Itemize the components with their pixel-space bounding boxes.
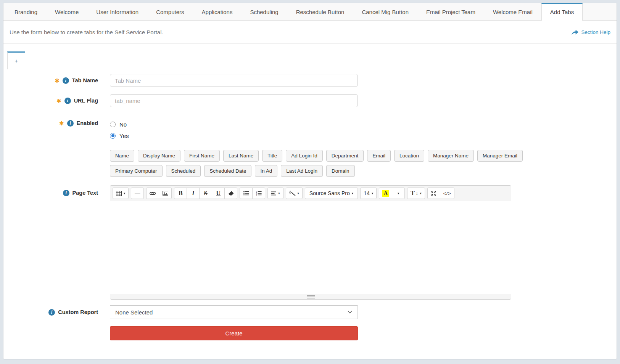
token-button[interactable]: Last Ad Login: [281, 165, 323, 177]
token-button[interactable]: Department: [326, 150, 364, 162]
font-color-dropdown-button[interactable]: ▾: [392, 188, 405, 199]
tab-name-label: Tab Name: [72, 77, 98, 83]
required-icon: ✱: [59, 120, 64, 126]
caret-down-icon: ▾: [124, 192, 125, 195]
token-button[interactable]: Display Name: [138, 150, 180, 162]
custom-report-select[interactable]: None Selected: [110, 305, 358, 319]
token-button[interactable]: Scheduled Date: [204, 165, 251, 177]
ordered-list-icon: 123: [256, 191, 262, 196]
link-button[interactable]: [146, 188, 159, 199]
token-button[interactable]: Ad Login Id: [286, 150, 322, 162]
font-family-button[interactable]: Source Sans Pro ▾: [305, 188, 358, 199]
token-button[interactable]: Last Name: [223, 150, 259, 162]
font-color-icon: A: [382, 190, 389, 197]
page-text-row: i Page Text ▾ —: [7, 185, 610, 300]
token-button[interactable]: Primary Computer: [110, 165, 163, 177]
top-tab[interactable]: Add Tabs: [541, 3, 583, 21]
underline-icon: U: [216, 190, 221, 197]
info-icon[interactable]: i: [67, 120, 74, 127]
editor-toolbar: ▾ —: [110, 186, 511, 201]
tab-name-input[interactable]: [110, 74, 358, 87]
ordered-list-button[interactable]: 123: [252, 188, 265, 199]
top-tab[interactable]: User Information: [87, 3, 147, 20]
horizontal-rule-button[interactable]: —: [131, 188, 144, 199]
section-help-link[interactable]: Section Help: [572, 29, 610, 35]
caret-down-icon: ▾: [298, 192, 299, 195]
top-tab[interactable]: Scheduling: [241, 3, 287, 20]
enabled-label: Enabled: [77, 120, 98, 126]
token-button[interactable]: Scheduled: [166, 165, 201, 177]
top-tab[interactable]: Welcome Email: [484, 3, 541, 20]
top-tab[interactable]: Welcome: [46, 3, 87, 20]
code-view-icon: </>: [443, 191, 451, 196]
code-view-button[interactable]: </>: [440, 188, 454, 199]
radio-label: No: [119, 121, 127, 128]
required-icon: ✱: [55, 78, 60, 83]
token-button[interactable]: Location: [394, 150, 424, 162]
token-button[interactable]: In Ad: [255, 165, 277, 177]
radio-icon: [110, 133, 116, 139]
strikethrough-icon: S: [204, 190, 208, 197]
bold-button[interactable]: B: [174, 188, 187, 199]
enabled-radio-group: No Yes: [110, 118, 129, 141]
token-button[interactable]: First Name: [184, 150, 220, 162]
top-tab[interactable]: Branding: [6, 3, 46, 20]
editor-content-area[interactable]: [110, 201, 511, 294]
token-button[interactable]: Name: [110, 150, 134, 162]
resize-grip-icon: [307, 295, 315, 298]
fullscreen-icon: [431, 191, 436, 196]
info-icon[interactable]: i: [64, 98, 71, 104]
font-size-value: 14: [364, 190, 370, 196]
top-tab[interactable]: Applications: [193, 3, 242, 20]
fullscreen-button[interactable]: [427, 188, 440, 199]
token-button[interactable]: Email: [367, 150, 391, 162]
top-tab[interactable]: Computers: [147, 3, 193, 20]
image-button[interactable]: [159, 188, 172, 199]
info-icon[interactable]: i: [48, 309, 55, 316]
paragraph-align-button[interactable]: ▾: [267, 188, 283, 199]
editor-resize-bar[interactable]: [110, 294, 511, 299]
strikethrough-button[interactable]: S: [199, 188, 212, 199]
url-flag-row: ✱ i URL Flag: [7, 94, 610, 107]
magic-wand-icon: [289, 191, 296, 196]
token-button[interactable]: Manager Email: [477, 150, 523, 162]
radio-option[interactable]: No: [110, 119, 129, 130]
top-tab[interactable]: Cancel Mig Button: [353, 3, 417, 20]
font-size-button[interactable]: 14 ▾: [360, 188, 377, 199]
line-height-icon: T: [411, 190, 415, 197]
style-magic-button[interactable]: ▾: [286, 188, 303, 199]
table-icon: [116, 191, 122, 196]
table-button[interactable]: ▾: [113, 188, 129, 199]
underline-button[interactable]: U: [212, 188, 225, 199]
unordered-list-button[interactable]: [240, 188, 253, 199]
svg-text:3: 3: [256, 194, 257, 196]
top-tab-bar: BrandingWelcomeUser InformationComputers…: [3, 3, 617, 21]
info-icon[interactable]: i: [63, 190, 69, 196]
unordered-list-icon: [243, 191, 249, 196]
font-color-button[interactable]: A: [379, 188, 392, 199]
token-button[interactable]: Manager Name: [428, 150, 474, 162]
create-button[interactable]: Create: [110, 326, 358, 340]
token-row-2: Primary ComputerScheduledScheduled DateI…: [110, 165, 523, 177]
clear-formatting-button[interactable]: [224, 188, 237, 199]
font-family-value: Source Sans Pro: [309, 190, 350, 196]
radio-label: Yes: [119, 133, 129, 139]
top-tab[interactable]: Reschedule Button: [287, 3, 353, 20]
add-tab-plus-tab[interactable]: +: [7, 51, 25, 69]
url-flag-input[interactable]: [110, 94, 358, 107]
line-height-button[interactable]: T ↕ ▾: [407, 188, 425, 199]
top-tab[interactable]: Email Project Team: [417, 3, 484, 20]
eraser-icon: [228, 191, 234, 196]
plus-icon: +: [14, 58, 18, 64]
token-button[interactable]: Domain: [326, 165, 355, 177]
token-button[interactable]: Title: [262, 150, 282, 162]
link-icon: [150, 192, 156, 195]
radio-icon: [110, 122, 116, 127]
add-tab-form: ✱ i Tab Name ✱ i URL Flag ✱ i Enabled: [3, 69, 617, 340]
section-description: Use the form below to create tabs for th…: [10, 29, 163, 35]
custom-report-label: Custom Report: [58, 309, 98, 315]
italic-button[interactable]: I: [187, 188, 200, 199]
radio-option[interactable]: Yes: [110, 130, 129, 141]
up-down-arrow-icon: ↕: [416, 191, 418, 196]
info-icon[interactable]: i: [63, 77, 69, 84]
